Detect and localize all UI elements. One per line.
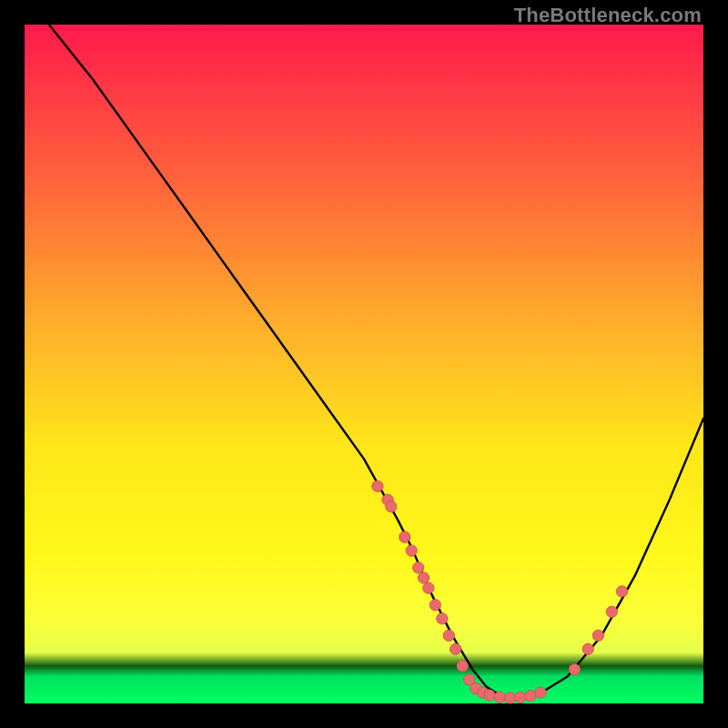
- sample-dot: [413, 562, 424, 573]
- sample-dot: [418, 572, 429, 583]
- sample-dot: [494, 692, 505, 703]
- sample-dot: [406, 545, 417, 556]
- sample-dot: [606, 606, 617, 617]
- sample-dot: [525, 691, 536, 702]
- chart-stage: TheBottleneck.com: [0, 0, 728, 728]
- sample-dot: [457, 661, 468, 672]
- sample-dot: [582, 643, 593, 654]
- sample-dot: [535, 687, 546, 698]
- plot-area: [25, 25, 703, 703]
- sample-dot: [443, 630, 454, 641]
- sample-dot: [514, 692, 525, 703]
- sample-dot: [504, 693, 515, 703]
- bottleneck-curve: [25, 0, 703, 698]
- sample-dot: [616, 586, 627, 597]
- sample-dot: [484, 690, 495, 701]
- sample-dot: [569, 664, 580, 675]
- sample-dots-group: [372, 480, 628, 703]
- sample-dot: [386, 501, 397, 512]
- curve-layer: [25, 25, 703, 703]
- sample-dot: [430, 600, 440, 611]
- sample-dot: [372, 480, 383, 491]
- sample-dot: [423, 582, 434, 593]
- sample-dot: [399, 531, 410, 542]
- sample-dot: [437, 613, 448, 624]
- sample-dot: [592, 630, 603, 641]
- sample-dot: [450, 643, 461, 654]
